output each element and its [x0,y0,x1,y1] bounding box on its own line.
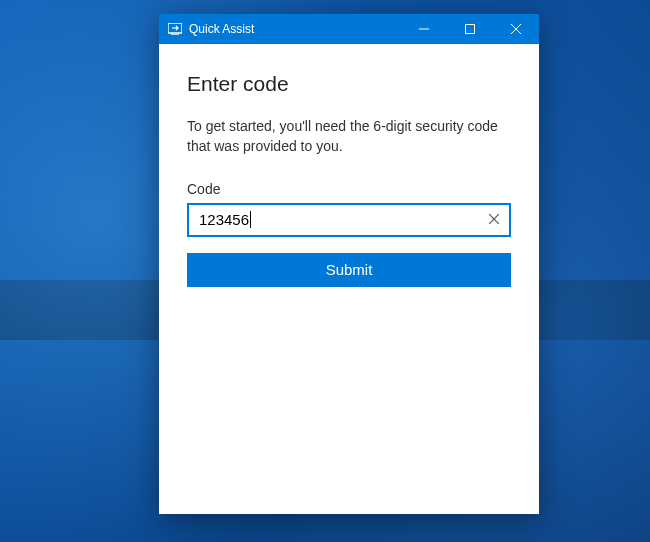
code-input[interactable] [187,203,511,237]
text-caret [250,211,251,228]
content-area: Enter code To get started, you'll need t… [159,44,539,287]
titlebar[interactable]: Quick Assist [159,14,539,44]
close-icon [489,212,499,227]
quick-assist-window: Quick Assist Enter code To get started, … [159,14,539,514]
code-input-wrap [187,203,511,237]
svg-rect-4 [466,25,475,34]
app-title: Quick Assist [189,22,254,36]
minimize-button[interactable] [401,14,447,44]
code-label: Code [187,181,511,197]
quick-assist-icon [167,21,183,37]
page-description: To get started, you'll need the 6-digit … [187,116,511,157]
maximize-button[interactable] [447,14,493,44]
page-heading: Enter code [187,72,511,96]
close-button[interactable] [493,14,539,44]
submit-button[interactable]: Submit [187,253,511,287]
window-controls [401,14,539,44]
clear-input-button[interactable] [479,205,509,235]
